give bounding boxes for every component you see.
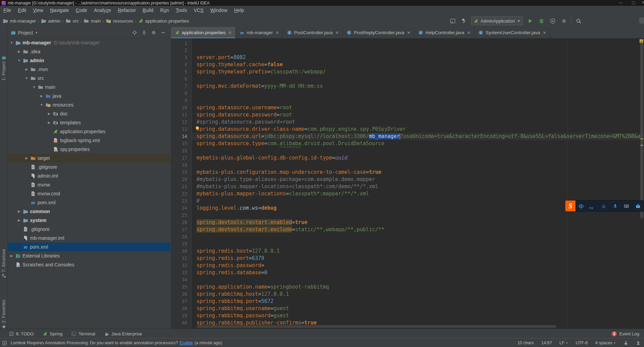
project-panel-title[interactable]: Project — [18, 30, 33, 36]
tree-row-main[interactable]: ▼main — [8, 83, 171, 92]
tree-row-mb-manager-iml[interactable]: mb-manager.iml — [8, 234, 171, 242]
twisty-down-icon[interactable]: ▼ — [10, 41, 14, 44]
tab-close-icon[interactable]: ✕ — [467, 30, 470, 35]
toolwindow-button-1-project[interactable]: 1: Project — [0, 56, 8, 81]
twisty-right-icon[interactable]: ▶ — [40, 94, 44, 98]
menu-run[interactable]: Run — [157, 6, 173, 15]
collapse-all-button[interactable] — [142, 30, 147, 35]
tree-row-idea[interactable]: ▶.idea — [8, 47, 171, 56]
tab-postcontroller-java[interactable]: CPostController.java✕ — [283, 27, 343, 38]
menu-tools[interactable]: Tools — [172, 6, 190, 15]
ime-toolbox-button[interactable] — [632, 200, 644, 211]
close-button[interactable]: ✕ — [641, 0, 644, 5]
twisty-right-icon[interactable]: ▶ — [47, 121, 51, 124]
menu-code[interactable]: Code — [72, 6, 90, 15]
tab-close-icon[interactable]: ✕ — [335, 30, 339, 35]
minimize-button[interactable]: — — [618, 0, 623, 4]
tree-row-mvn[interactable]: ▶.mvn — [8, 65, 171, 74]
tree-row-application-properties[interactable]: application.properties — [8, 127, 171, 136]
twisty-down-icon[interactable]: ▼ — [40, 103, 44, 107]
tab-systemusercontroller-java[interactable]: CSystemUserController.java✕ — [474, 27, 550, 38]
tree-row-mvnw[interactable]: mvnw — [8, 180, 171, 189]
tree-row-mb-manager[interactable]: ▼mb-managerG:\study\mb-manager — [8, 38, 171, 47]
tab-close-icon[interactable]: ✕ — [543, 30, 546, 35]
maximize-button[interactable]: ▢ — [631, 0, 636, 5]
tree-row-external-libraries[interactable]: ▶External Libraries — [8, 251, 171, 260]
tree-row-gitignore[interactable]: .gitignore — [8, 225, 171, 234]
breadcrumb-mb-manager[interactable]: mb-manager — [3, 18, 36, 24]
intention-bulb-icon[interactable] — [195, 126, 200, 131]
toolwindow-button-spring[interactable]: Spring — [43, 331, 63, 336]
breadcrumb-main[interactable]: main — [84, 18, 101, 24]
twisty-right-icon[interactable]: ▶ — [17, 219, 21, 222]
twisty-right-icon[interactable]: ▶ — [25, 156, 29, 160]
warning-stripe-mark[interactable] — [641, 138, 643, 139]
toolwindow-button-terminal[interactable]: Terminal — [71, 331, 95, 336]
tree-row-system[interactable]: ▶system — [8, 216, 171, 225]
run-button[interactable] — [526, 17, 534, 25]
tree-row-java[interactable]: ▶java — [8, 92, 171, 100]
tab-close-icon[interactable]: ✕ — [228, 30, 232, 35]
tab-application-properties[interactable]: application.properties✕ — [171, 27, 236, 38]
breadcrumb-application-properties[interactable]: application.properties — [138, 18, 189, 24]
stop-button[interactable] — [560, 17, 568, 25]
chevron-down-icon[interactable]: ▼ — [35, 31, 38, 34]
twisty-down-icon[interactable]: ▼ — [17, 59, 21, 62]
twisty-right-icon[interactable]: ▶ — [25, 68, 29, 71]
tree-row-src[interactable]: ▼src — [8, 74, 171, 83]
locate-button[interactable] — [132, 30, 137, 35]
breadcrumb-admin[interactable]: admin — [41, 18, 61, 24]
enable-link[interactable]: Enable — [180, 341, 193, 345]
toolwindow-run-button[interactable] — [449, 17, 457, 25]
status-widget-14-67[interactable]: 14:67 — [541, 341, 552, 345]
tree-row-logback-spring-xml[interactable]: <>logback-spring.xml — [8, 136, 171, 145]
tree-row-common[interactable]: ▶common — [8, 207, 171, 216]
tree-row-resources[interactable]: ▼resources — [8, 100, 171, 109]
event-log-button[interactable]: 2Event Log — [612, 331, 639, 336]
twisty-right-icon[interactable]: ▶ — [17, 210, 21, 213]
toolwindow-button-2-favorites[interactable]: 2: Favorites — [0, 300, 8, 329]
settings-gear-button[interactable] — [151, 30, 156, 35]
search-button[interactable] — [574, 17, 583, 25]
menu-navigate[interactable]: Navigate — [47, 6, 72, 15]
run-configuration-select[interactable]: AdminApplication▼ — [471, 16, 523, 25]
tree-row-scratches-and-consoles[interactable]: Scratches and Consoles — [8, 260, 171, 269]
ime-microphone-button[interactable] — [610, 200, 621, 211]
ime-chinese-mode-button[interactable]: 中 — [575, 200, 587, 211]
status-widget-lf[interactable]: LF▼ — [559, 341, 568, 345]
tree-row-gitignore[interactable]: .gitignore — [8, 163, 171, 171]
editor-lock-icon[interactable] — [624, 341, 628, 345]
ime-emoji-button[interactable]: ☺ — [598, 200, 610, 211]
menu-edit[interactable]: Edit — [15, 6, 30, 15]
tree-row-target[interactable]: ▶target — [8, 154, 171, 163]
menu-vcs[interactable]: VCS — [190, 6, 207, 15]
menu-window[interactable]: Window — [207, 6, 231, 15]
menu-help[interactable]: Help — [231, 6, 248, 15]
twisty-right-icon[interactable]: ▶ — [10, 254, 14, 258]
status-widget-utf-8[interactable]: UTF-8 — [576, 341, 588, 345]
debug-button[interactable] — [537, 17, 545, 25]
toolwindow-switcher-icon[interactable] — [2, 341, 7, 346]
ime-punctuation-button[interactable]: ，。 — [587, 200, 598, 211]
twisty-right-icon[interactable]: ▶ — [17, 50, 21, 53]
toolwindow-button-7-structure[interactable]: 7: Structure — [0, 249, 8, 278]
toolwindow-button-6-todo[interactable]: 6: TODO — [9, 331, 34, 336]
twisty-down-icon[interactable]: ▼ — [25, 77, 29, 80]
coverage-button[interactable] — [548, 17, 557, 25]
tree-row-admin[interactable]: ▼admin — [8, 56, 171, 65]
tree-row-pom-xml[interactable]: mpom.xml — [8, 242, 171, 251]
clipped-toolbar-icon[interactable] — [639, 17, 644, 24]
tree-row-admin-iml[interactable]: admin.iml — [8, 171, 171, 180]
menu-view[interactable]: View — [30, 6, 47, 15]
tree-row-spy-properties[interactable]: spy.properties — [8, 145, 171, 154]
sogou-logo-icon[interactable]: S — [565, 200, 575, 211]
tree-row-pom-xml[interactable]: mpom.xml — [8, 198, 171, 207]
build-hammer-button[interactable] — [460, 17, 468, 25]
highlighting-level-icon[interactable] — [636, 341, 641, 345]
tree-row-mvnw-cmd[interactable]: mvnw.cmd — [8, 189, 171, 198]
menu-build[interactable]: Build — [139, 6, 157, 15]
code-editor[interactable]: 123server.port=80824spring.thymeleaf.cac… — [171, 38, 644, 329]
menu-refactor[interactable]: Refactor — [114, 6, 139, 15]
vertical-scrollbar[interactable] — [640, 41, 643, 219]
status-widget-4-spaces[interactable]: 4 spaces▼ — [595, 341, 616, 345]
